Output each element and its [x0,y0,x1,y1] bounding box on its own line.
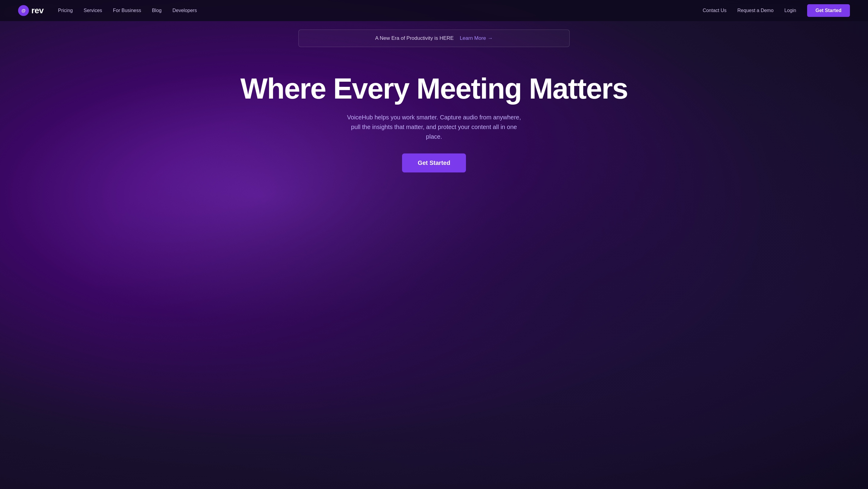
nav-pricing[interactable]: Pricing [58,8,73,13]
hero-section: Where Every Meeting Matters VoiceHub hel… [0,56,868,184]
hero-get-started-button[interactable]: Get Started [402,153,466,173]
svg-text:@: @ [22,8,26,13]
nav-contact-us[interactable]: Contact Us [703,8,726,13]
hero-title: Where Every Meeting Matters [12,73,856,104]
nav-right: Contact Us Request a Demo Login Get Star… [703,4,850,17]
logo-icon: @ [18,5,29,16]
nav-get-started-button[interactable]: Get Started [807,4,850,17]
banner-link-label: Learn More [460,35,486,41]
banner-arrow-icon: → [488,35,493,41]
nav-developers[interactable]: Developers [173,8,197,13]
nav-login[interactable]: Login [784,8,796,13]
nav-main-links: Pricing Services For Business Blog Devel… [58,8,197,13]
nav-request-demo[interactable]: Request a Demo [738,8,774,13]
nav-for-business[interactable]: For Business [113,8,141,13]
hero-subtitle: VoiceHub helps you work smarter. Capture… [344,113,524,142]
announcement-banner: A New Era of Productivity is HERE Learn … [299,30,569,47]
banner-text: A New Era of Productivity is HERE [375,35,454,41]
navigation: @ rev Pricing Services For Business Blog… [0,0,868,21]
nav-services[interactable]: Services [84,8,102,13]
logo-text: rev [31,6,44,16]
logo[interactable]: @ rev [18,5,44,16]
nav-secondary-links: Contact Us Request a Demo Login [703,8,796,13]
nav-left: @ rev Pricing Services For Business Blog… [18,5,197,16]
banner-learn-more-link[interactable]: Learn More → [460,35,493,41]
nav-blog[interactable]: Blog [152,8,161,13]
